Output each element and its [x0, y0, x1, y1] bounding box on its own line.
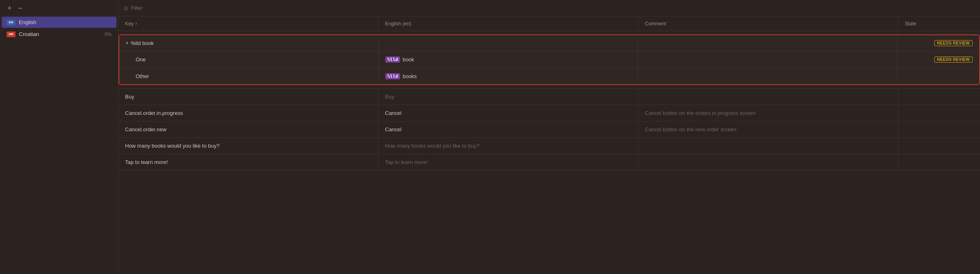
table-row[interactable]: Buy Buy	[119, 89, 980, 105]
group-child-one-key: One	[119, 52, 379, 67]
group-parent-key: ▾ %lld book	[119, 35, 379, 51]
group-child-other-comment	[638, 68, 897, 84]
col-header-key[interactable]: Key ↑	[119, 16, 378, 31]
group-parent-key-text: %lld book	[131, 40, 154, 46]
add-language-button[interactable]: +	[5, 4, 14, 13]
row-buy-value: Buy	[378, 89, 638, 105]
col-comment-label: Comment	[645, 21, 666, 27]
group-child-other-key: Other	[119, 68, 379, 84]
sort-arrow-key: ↑	[135, 21, 137, 26]
row-taptolearn-state	[898, 154, 980, 170]
group-child-other-key-text: Other	[136, 73, 149, 79]
row-cancelnew-value: Cancel	[378, 121, 638, 137]
main-header: ⊙ Filter	[119, 0, 980, 16]
table-body: ▾ %lld book NEEDS REVIEW One %lld	[119, 31, 980, 274]
group-child-other-value: %lld books	[379, 68, 638, 84]
row-buy-state	[898, 89, 980, 105]
lang-badge-hr: HR	[7, 31, 16, 37]
main-content: ⊙ Filter Key ↑ English (en) Comment Stat…	[119, 0, 980, 274]
lang-badge-en: EN	[7, 20, 16, 25]
table-row[interactable]: How many books would you like to buy? Ho…	[119, 138, 980, 154]
row-cancelnew-comment: Cancel button on the new order screen	[638, 121, 898, 137]
filter-bar: ⊙ Filter	[123, 5, 975, 11]
table-header: Key ↑ English (en) Comment State	[119, 16, 980, 31]
row-taptolearn-comment	[638, 154, 898, 170]
group-child-other-state	[897, 68, 979, 84]
group-child-row-one[interactable]: One %lld book NEEDS REVIEW	[119, 52, 979, 68]
lang-name-croatian: Croatian	[19, 31, 105, 37]
group-child-one-value-text: book	[403, 56, 414, 63]
filter-icon: ⊙	[123, 5, 128, 11]
group-parent-value	[379, 35, 638, 51]
col-header-english[interactable]: English (en)	[378, 16, 638, 31]
row-cancelnew-key: Cancel.order.new	[119, 121, 378, 137]
group-child-one-state: NEEDS REVIEW	[897, 52, 979, 67]
row-howmany-key: How many books would you like to buy?	[119, 138, 378, 154]
row-cancelinprogress-value: Cancel	[378, 105, 638, 121]
table-row[interactable]: Cancel.order.in.progress Cancel Cancel b…	[119, 105, 980, 121]
col-english-label: English (en)	[385, 21, 411, 27]
row-cancelinprogress-key: Cancel.order.in.progress	[119, 105, 378, 121]
lang-name-english: English	[19, 19, 112, 25]
row-buy-key: Buy	[119, 89, 378, 105]
group-child-one-key-text: One	[136, 56, 146, 63]
group-child-other-value-text: books	[403, 73, 417, 79]
highlighted-group: ▾ %lld book NEEDS REVIEW One %lld	[119, 34, 980, 85]
table-row[interactable]: Tap to learn more! Tap to learn more!	[119, 154, 980, 171]
remove-language-button[interactable]: −	[16, 4, 25, 13]
row-howmany-state	[898, 138, 980, 154]
group-parent-comment	[638, 35, 897, 51]
sidebar: + − EN English HR Croatian 0%	[0, 0, 119, 274]
row-cancelinprogress-state	[898, 105, 980, 121]
row-buy-comment	[638, 89, 898, 105]
col-state-label: State	[905, 21, 916, 27]
sidebar-item-croatian[interactable]: HR Croatian 0%	[2, 29, 116, 40]
col-header-state[interactable]: State	[898, 16, 980, 31]
row-taptolearn-key: Tap to learn more!	[119, 154, 378, 170]
group-child-row-other[interactable]: Other %lld books	[119, 68, 979, 84]
tag-badge-one: %lld	[385, 56, 401, 63]
tag-badge-other: %lld	[385, 73, 401, 79]
col-key-label: Key	[125, 21, 134, 27]
row-howmany-value: How many books would you like to buy?	[378, 138, 638, 154]
chevron-down-icon: ▾	[126, 40, 128, 46]
needs-review-badge-parent: NEEDS REVIEW	[934, 40, 973, 46]
needs-review-badge-one: NEEDS REVIEW	[934, 56, 973, 63]
group-child-one-value: %lld book	[379, 52, 638, 67]
sidebar-item-english[interactable]: EN English	[2, 17, 116, 28]
row-howmany-comment	[638, 138, 898, 154]
group-parent-row[interactable]: ▾ %lld book NEEDS REVIEW	[119, 35, 979, 52]
row-cancelinprogress-comment: Cancel button on the orders in progress …	[638, 105, 898, 121]
table-row[interactable]: Cancel.order.new Cancel Cancel button on…	[119, 121, 980, 138]
row-taptolearn-value: Tap to learn more!	[378, 154, 638, 170]
lang-percent-croatian: 0%	[105, 31, 112, 37]
sidebar-toolbar: + −	[0, 0, 118, 16]
filter-label: Filter	[131, 5, 143, 11]
col-header-comment[interactable]: Comment	[638, 16, 898, 31]
group-parent-state: NEEDS REVIEW	[897, 35, 979, 51]
group-child-one-comment	[638, 52, 897, 67]
row-cancelnew-state	[898, 121, 980, 137]
